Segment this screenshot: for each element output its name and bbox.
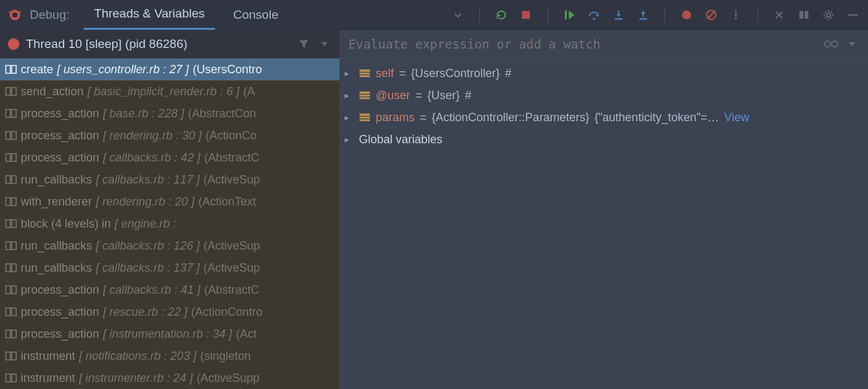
variable-value: # [465,89,472,102]
stop-icon[interactable] [519,8,533,22]
variable-row[interactable]: ▸params = {ActionController::Parameters}… [339,106,868,128]
stack-frame[interactable]: process_action [ callbacks.rb : 41 ] (Ab… [0,279,339,301]
frame-function: run_callbacks [21,239,92,253]
global-variables-label: Global variables [359,133,442,147]
step-out-icon[interactable] [636,8,650,22]
svg-point-1 [12,12,17,18]
tab-threads-variables[interactable]: Threads & Variables [84,0,215,30]
frame-class: (ActiveSup [203,173,260,187]
frame-function: process_action [21,129,99,143]
svg-rect-42 [12,308,16,316]
gear-icon[interactable] [821,8,836,22]
svg-rect-26 [12,132,16,139]
stack-frame[interactable]: run_callbacks [ callbacks.rb : 137 ] (Ac… [0,257,339,279]
svg-rect-7 [615,18,622,20]
svg-rect-53 [360,75,370,77]
frame-location: [ engine.rb : [115,217,176,231]
step-over-icon[interactable] [587,8,601,22]
resume-icon[interactable] [562,8,577,22]
close-icon[interactable] [772,8,786,22]
svg-point-12 [735,10,737,13]
frame-icon [5,197,17,206]
step-into-icon[interactable] [611,8,626,22]
svg-rect-55 [360,95,370,97]
svg-point-13 [735,14,737,16]
layout-icon[interactable] [797,8,811,22]
stack-frame[interactable]: run_callbacks [ callbacks.rb : 117 ] (Ac… [0,169,339,191]
stack-frame[interactable]: instrument [ notifications.rb : 203 ] (s… [0,345,339,367]
expand-icon[interactable]: ▸ [345,90,354,100]
stack-frame[interactable]: run_callbacks [ callbacks.rb : 126 ] (Ac… [0,235,339,257]
svg-rect-15 [799,11,803,19]
filter-icon[interactable] [297,37,311,51]
frame-class: (AbstractCon [188,107,256,121]
frame-function: block (4 levels) in [21,217,111,231]
frame-icon [5,153,17,162]
variable-row[interactable]: ▸@user = {User} # [339,84,868,106]
frame-icon [5,373,17,383]
stack-frame[interactable]: process_action [ callbacks.rb : 42 ] (Ab… [0,147,339,169]
stack-frame[interactable]: process_action [ base.rb : 228 ] (Abstra… [0,102,339,124]
svg-rect-18 [849,14,858,16]
frames-panel: Thread 10 [sleep] (pid 86286) create [ u… [0,30,339,389]
global-variables-row[interactable]: ▸Global variables [339,128,868,150]
expand-icon[interactable]: ▸ [345,68,354,78]
variable-name: @user [376,89,410,102]
breakpoint-dot-icon [8,38,19,50]
frame-function: send_action [21,85,84,99]
stack-frame[interactable]: send_action [ basic_implicit_render.rb :… [0,80,339,102]
variables-panel: ▸self = {UsersController} #▸@user = {Use… [339,30,868,389]
more-icon[interactable] [729,8,743,22]
thread-header[interactable]: Thread 10 [sleep] (pid 86286) [0,30,339,58]
tab-console[interactable]: Console [223,0,289,30]
stack-frame[interactable]: process_action [ rescue.rb : 22 ] (Actio… [0,301,339,323]
watch-input[interactable] [348,37,817,51]
stack-frame[interactable]: with_renderer [ rendering.rb : 20 ] (Act… [0,191,339,213]
svg-rect-31 [6,198,10,206]
view-link[interactable]: View [724,111,749,124]
svg-rect-44 [12,330,16,338]
svg-rect-52 [360,73,370,75]
frame-class: (UsersContro [192,63,262,77]
frame-location: [ notifications.rb : 203 ] [79,349,196,363]
variable-type: {ActionController::Parameters} [432,111,589,124]
frame-location: [ rescue.rb : 22 ] [103,305,187,319]
view-breakpoints-icon[interactable] [680,8,694,22]
variable-row[interactable]: ▸self = {UsersController} # [339,62,868,84]
glasses-icon[interactable] [824,37,838,51]
frame-function: process_action [21,305,99,319]
frame-class: (AbstractC [204,283,259,297]
expand-icon[interactable]: ▸ [345,134,354,145]
svg-rect-34 [12,220,16,228]
svg-rect-28 [12,154,16,161]
object-icon [359,91,371,100]
stack-frame[interactable]: instrument [ instrumenter.rb : 24 ] (Act… [0,367,339,389]
frame-icon [5,263,17,272]
debug-label: Debug: [30,8,76,22]
stack-frame[interactable]: process_action [ rendering.rb : 30 ] (Ac… [0,124,339,147]
stack-frame[interactable]: create [ users_controller.rb : 27 ] (Use… [0,58,339,80]
svg-rect-57 [360,113,370,116]
frame-function: process_action [21,107,99,121]
chevron-down-icon[interactable] [451,8,465,22]
frame-location: [ rendering.rb : 30 ] [103,129,201,143]
chevron-down-icon[interactable] [845,37,859,51]
stack-frame[interactable]: process_action [ instrumentation.rb : 34… [0,323,339,345]
svg-rect-40 [12,286,16,294]
bug-icon [8,8,22,22]
minimize-icon[interactable] [846,8,860,22]
frame-location: [ rendering.rb : 20 ] [96,195,194,209]
watch-bar [339,30,868,58]
expand-icon[interactable]: ▸ [345,112,354,123]
rerun-icon[interactable] [494,8,508,22]
svg-rect-27 [6,154,10,161]
stack-frame[interactable]: block (4 levels) in [ engine.rb : [0,213,339,235]
frame-icon [5,109,17,118]
svg-rect-45 [6,352,10,360]
frame-icon [5,65,17,74]
toolbar-right [451,7,860,23]
variable-type: {UsersController} [411,67,500,80]
frame-class: (ActiveSup [203,239,260,253]
mute-breakpoints-icon[interactable] [704,8,718,22]
chevron-down-icon[interactable] [317,37,332,51]
